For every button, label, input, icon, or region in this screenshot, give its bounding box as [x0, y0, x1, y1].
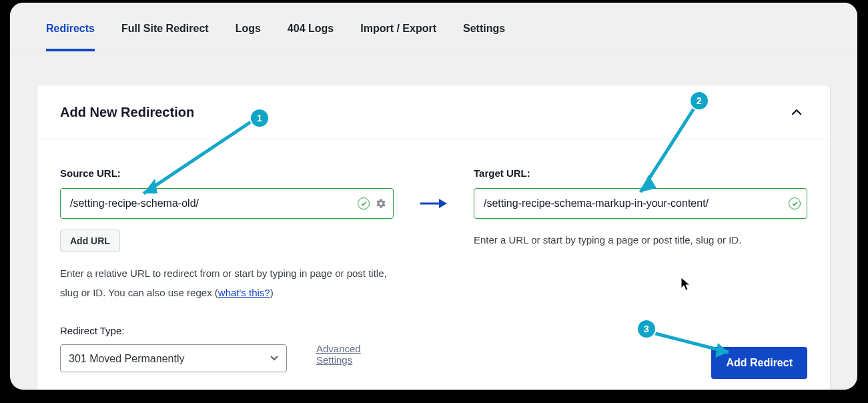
app-window: Redirects Full Site Redirect Logs 404 Lo…	[10, 3, 857, 390]
arrow-right-icon	[419, 197, 448, 210]
source-help-post: )	[270, 287, 274, 298]
arrow-column	[394, 167, 474, 372]
target-url-label: Target URL:	[474, 167, 807, 179]
annotation-badge-2: 2	[691, 92, 708, 109]
check-circle-icon	[789, 197, 801, 210]
source-column: Source URL: Add URL Enter a relative URL	[60, 167, 394, 372]
card-header: Add New Redirection	[37, 85, 830, 139]
target-help-text: Enter a URL or start by typing a page or…	[474, 231, 807, 250]
card-title: Add New Redirection	[60, 105, 194, 120]
chevron-up-icon	[791, 109, 802, 115]
tab-settings[interactable]: Settings	[463, 23, 505, 51]
advanced-settings-link[interactable]: Advanced Settings	[316, 343, 394, 372]
target-column: Target URL: Enter a URL or start by typi…	[474, 167, 807, 372]
collapse-button[interactable]	[786, 101, 807, 123]
redirect-type-select[interactable]: 301 Moved Permanently	[60, 344, 287, 372]
source-url-label: Source URL:	[60, 167, 394, 179]
source-url-input[interactable]	[60, 188, 394, 219]
tab-import-export[interactable]: Import / Export	[360, 23, 436, 51]
target-url-input[interactable]	[474, 188, 807, 219]
add-redirect-button[interactable]: Add Redirect	[711, 347, 807, 379]
redirect-type-wrap: Redirect Type: 301 Moved Permanently	[60, 325, 287, 372]
mouse-cursor-icon	[681, 277, 693, 292]
gear-icon[interactable]	[375, 197, 387, 210]
annotation-badge-1: 1	[251, 109, 268, 127]
card-body: Source URL: Add URL Enter a relative URL	[37, 139, 830, 390]
source-help-text: Enter a relative URL to redirect from or…	[60, 264, 394, 302]
tab-404-logs[interactable]: 404 Logs	[288, 23, 334, 51]
tab-redirects[interactable]: Redirects	[46, 23, 95, 51]
tab-full-site-redirect[interactable]: Full Site Redirect	[121, 23, 209, 51]
annotation-badge-3: 3	[638, 320, 655, 338]
redirect-type-row: Redirect Type: 301 Moved Permanently Adv…	[60, 325, 394, 372]
source-url-input-wrap	[60, 188, 394, 219]
target-input-icons	[789, 197, 801, 210]
add-url-button[interactable]: Add URL	[60, 230, 120, 252]
whats-this-link[interactable]: what's this?	[218, 287, 270, 298]
tab-bar: Redirects Full Site Redirect Logs 404 Lo…	[10, 3, 857, 51]
target-url-input-wrap	[474, 188, 807, 219]
redirect-type-label: Redirect Type:	[60, 325, 287, 336]
add-redirection-card: Add New Redirection Source URL:	[37, 85, 831, 390]
check-circle-icon	[358, 197, 370, 210]
source-input-icons	[358, 197, 387, 210]
tab-logs[interactable]: Logs	[236, 23, 261, 51]
